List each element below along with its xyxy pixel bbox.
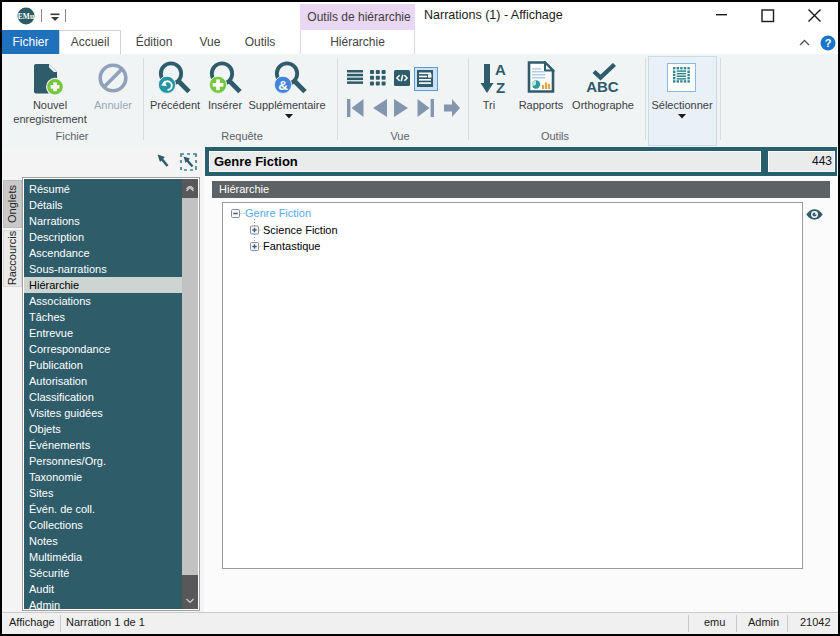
svg-text:EMu: EMu [18, 12, 34, 21]
svg-text:A: A [495, 64, 506, 78]
svg-text:&: & [278, 78, 288, 93]
svg-text:Z: Z [496, 79, 505, 95]
svg-text:?: ? [825, 37, 832, 49]
svg-text:ABC: ABC [586, 78, 619, 95]
